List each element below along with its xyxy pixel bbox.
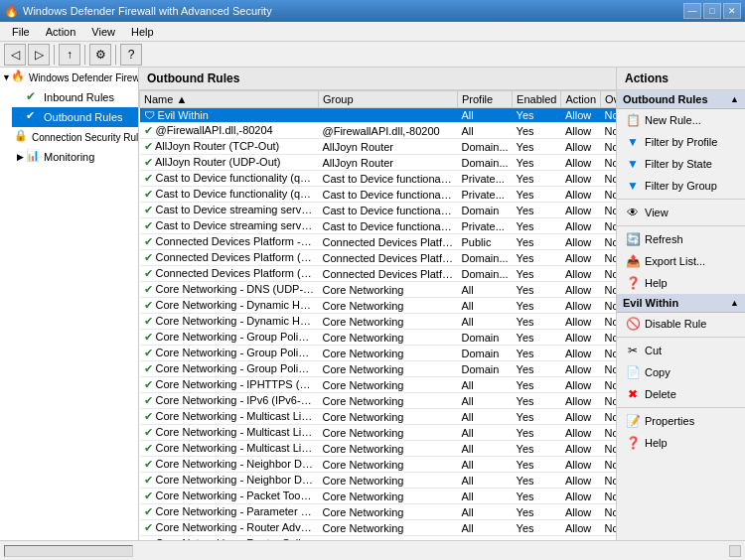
horizontal-scrollbar-left[interactable]: [4, 545, 133, 557]
cell-profile: All: [458, 409, 513, 425]
action-filter-state-label: Filter by State: [645, 158, 712, 170]
cell-group: Connected Devices Platform: [319, 250, 458, 266]
action-filter-state[interactable]: ▼ Filter by State: [617, 153, 745, 175]
toolbar: ◁ ▷ ↑ ⚙ ?: [0, 42, 745, 68]
forward-button[interactable]: ▷: [28, 44, 50, 66]
tree-item-outbound[interactable]: ✔ Outbound Rules: [12, 107, 138, 127]
col-enabled[interactable]: Enabled: [513, 91, 561, 108]
action-delete[interactable]: ✖ Delete: [617, 383, 745, 405]
action-export[interactable]: 📤 Export List...: [617, 250, 745, 272]
table-row[interactable]: 🛡 Evil Within All Yes Allow No: [140, 108, 617, 123]
menu-file[interactable]: File: [4, 24, 38, 40]
action-copy-label: Copy: [645, 366, 670, 378]
table-row[interactable]: ✔ Core Networking - IPv6 (IPv6-Out) Core…: [140, 393, 617, 409]
cell-override: No: [601, 282, 616, 298]
table-row[interactable]: ✔ Core Networking - Group Policy (NP-Out…: [140, 346, 617, 361]
action-view-label: View: [645, 207, 669, 218]
action-properties[interactable]: 📝 Properties: [617, 410, 745, 432]
col-override[interactable]: Ove...: [601, 91, 616, 108]
help-outbound-icon: ❓: [625, 275, 641, 291]
maximize-button[interactable]: □: [703, 3, 721, 19]
table-row[interactable]: ✔ Core Networking - Dynamic Host Config.…: [140, 314, 617, 330]
cell-enabled: Yes: [513, 346, 561, 361]
cell-action: Allow: [561, 536, 601, 541]
table-row[interactable]: ✔ AllJoyn Router (TCP-Out) AllJoyn Route…: [140, 139, 617, 155]
outbound-icon: ✔: [26, 109, 42, 125]
cell-action: Allow: [561, 473, 601, 489]
action-view[interactable]: 👁 View: [617, 202, 745, 223]
table-row[interactable]: ✔ Connected Devices Platform (UDP-Out) C…: [140, 266, 617, 282]
outbound-rules-section[interactable]: Outbound Rules ▲: [617, 90, 745, 109]
cell-name: ✔ Connected Devices Platform (UDP-Out): [140, 266, 319, 282]
cell-enabled: Yes: [513, 298, 561, 314]
cell-enabled: Yes: [513, 139, 561, 155]
table-row[interactable]: ✔ Cast to Device functionality (qWave-UD…: [140, 187, 617, 203]
table-row[interactable]: ✔ Core Networking - Neighbor Discovery S…: [140, 473, 617, 489]
table-row[interactable]: ✔ Core Networking - Dynamic Host Config.…: [140, 298, 617, 314]
menu-view[interactable]: View: [83, 24, 123, 40]
menu-help[interactable]: Help: [123, 24, 162, 40]
cell-profile: All: [458, 441, 513, 457]
table-row[interactable]: ✔ Connected Devices Platform - Wi-Fi Dir…: [140, 234, 617, 250]
cell-action: Allow: [561, 361, 601, 377]
close-button[interactable]: ✕: [723, 3, 741, 19]
cell-enabled: Yes: [513, 425, 561, 441]
cell-action: Allow: [561, 234, 601, 250]
cell-action: Allow: [561, 425, 601, 441]
minimize-button[interactable]: —: [683, 3, 701, 19]
help-button[interactable]: ?: [120, 44, 142, 66]
table-row[interactable]: ✔ Cast to Device functionality (qWave-TC…: [140, 171, 617, 187]
cell-name: ✔ Core Networking - Router Solicitation …: [140, 536, 319, 541]
properties-button[interactable]: ⚙: [89, 44, 111, 66]
evil-within-section[interactable]: Evil Within ▲: [617, 294, 745, 313]
tree-item-inbound[interactable]: ✔ Inbound Rules: [12, 87, 138, 107]
table-row[interactable]: ✔ Core Networking - Group Policy (TCP-Ou…: [140, 361, 617, 377]
cell-name: ✔ Cast to Device streaming server (RTP-S…: [140, 203, 319, 218]
tree-item-connection[interactable]: 🔒 Connection Security Rules: [12, 127, 138, 147]
cell-group: Core Networking: [319, 520, 458, 536]
action-filter-group[interactable]: ▼ Filter by Group: [617, 175, 745, 197]
table-row[interactable]: ✔ Core Networking - Multicast Listener Q…: [140, 425, 617, 441]
app-icon: 🔥: [4, 4, 19, 18]
action-filter-profile[interactable]: ▼ Filter by Profile: [617, 131, 745, 153]
menu-action[interactable]: Action: [38, 24, 84, 40]
cell-name: ✔ Core Networking - IPv6 (IPv6-Out): [140, 393, 319, 409]
table-row[interactable]: ✔ Core Networking - Router Advertisement…: [140, 520, 617, 536]
action-refresh[interactable]: 🔄 Refresh: [617, 228, 745, 250]
cell-enabled: Yes: [513, 155, 561, 171]
table-row[interactable]: ✔ @FirewallAPI.dll,-80204 @FirewallAPI.d…: [140, 123, 617, 139]
rules-table[interactable]: Name ▲ Group Profile Enabled Action Ove.…: [139, 90, 616, 540]
table-row[interactable]: ✔ Core Networking - Router Solicitation …: [140, 536, 617, 541]
col-group[interactable]: Group: [319, 91, 458, 108]
action-cut[interactable]: ✂ Cut: [617, 340, 745, 361]
table-row[interactable]: ✔ Core Networking - Neighbor Discovery A…: [140, 457, 617, 473]
action-new-rule[interactable]: 📋 New Rule...: [617, 109, 745, 131]
table-row[interactable]: ✔ Core Networking - Parameter Problem (I…: [140, 504, 617, 520]
action-help-outbound[interactable]: ❓ Help: [617, 272, 745, 294]
action-copy[interactable]: 📄 Copy: [617, 361, 745, 383]
table-row[interactable]: ✔ Core Networking - IPHTTPS (TCP-Out) Co…: [140, 377, 617, 393]
cell-override: No: [601, 346, 616, 361]
table-row[interactable]: ✔ Core Networking - Packet Too Big (ICMP…: [140, 489, 617, 504]
action-help-evil[interactable]: ❓ Help: [617, 432, 745, 454]
up-button[interactable]: ↑: [59, 44, 80, 66]
row-status-icon: ✔: [144, 521, 153, 533]
table-row[interactable]: ✔ Core Networking - DNS (UDP-Out) Core N…: [140, 282, 617, 298]
col-profile[interactable]: Profile: [458, 91, 513, 108]
cell-profile: All: [458, 489, 513, 504]
tree-item-root[interactable]: ▼ 🔥 Windows Defender Firewall wi...: [0, 68, 138, 87]
back-button[interactable]: ◁: [4, 44, 26, 66]
table-row[interactable]: ✔ Core Networking - Group Policy (LSASS-…: [140, 330, 617, 346]
col-name[interactable]: Name ▲: [140, 91, 319, 108]
table-row[interactable]: ✔ Core Networking - Multicast Listener D…: [140, 409, 617, 425]
tree-item-monitoring[interactable]: ▶ 📊 Monitoring: [12, 147, 138, 167]
table-row[interactable]: ✔ Core Networking - Multicast Listener R…: [140, 441, 617, 457]
table-row[interactable]: ✔ AllJoyn Router (UDP-Out) AllJoyn Route…: [140, 155, 617, 171]
cell-group: Core Networking: [319, 441, 458, 457]
table-row[interactable]: ✔ Connected Devices Platform (TCP-Out) C…: [140, 250, 617, 266]
cell-group: Core Networking: [319, 330, 458, 346]
table-row[interactable]: ✔ Cast to Device streaming server (RTP-S…: [140, 218, 617, 234]
action-disable-rule[interactable]: 🚫 Disable Rule: [617, 313, 745, 335]
col-action[interactable]: Action: [561, 91, 601, 108]
table-row[interactable]: ✔ Cast to Device streaming server (RTP-S…: [140, 203, 617, 218]
